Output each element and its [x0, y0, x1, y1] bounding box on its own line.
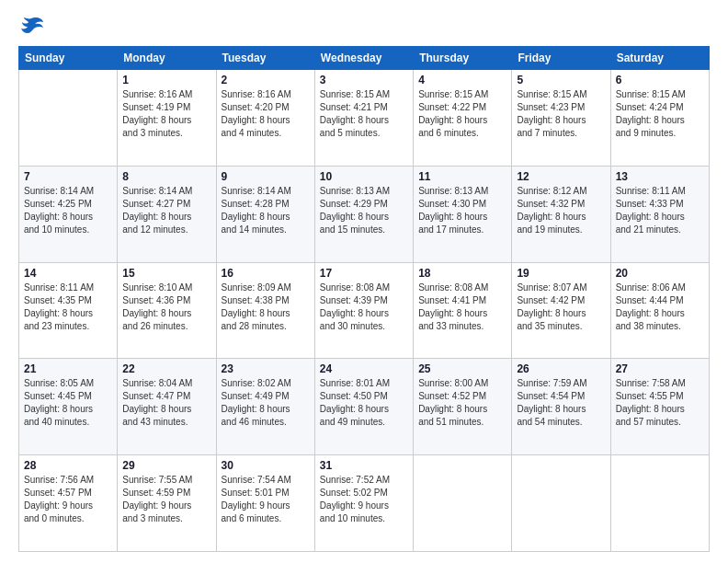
day-number: 3 — [320, 74, 408, 86]
day-info: Sunrise: 7:58 AM Sunset: 4:55 PM Dayligh… — [616, 377, 704, 429]
calendar-day-cell: 21Sunrise: 8:05 AM Sunset: 4:45 PM Dayli… — [19, 359, 118, 455]
calendar-day-cell: 23Sunrise: 8:02 AM Sunset: 4:49 PM Dayli… — [216, 359, 314, 455]
calendar-day-cell: 27Sunrise: 7:58 AM Sunset: 4:55 PM Dayli… — [610, 359, 709, 455]
day-info: Sunrise: 7:52 AM Sunset: 5:02 PM Dayligh… — [320, 474, 408, 525]
calendar-day-cell: 13Sunrise: 8:11 AM Sunset: 4:33 PM Dayli… — [610, 166, 709, 262]
calendar-day-cell: 19Sunrise: 8:07 AM Sunset: 4:42 PM Dayli… — [512, 262, 610, 359]
day-info: Sunrise: 8:00 AM Sunset: 4:52 PM Dayligh… — [418, 377, 506, 429]
calendar-day-cell: 5Sunrise: 8:15 AM Sunset: 4:23 PM Daylig… — [512, 70, 610, 167]
calendar-day-header: Friday — [512, 47, 610, 70]
day-info: Sunrise: 8:09 AM Sunset: 4:38 PM Dayligh… — [222, 282, 310, 333]
calendar-day-cell: 22Sunrise: 8:04 AM Sunset: 4:47 PM Dayli… — [118, 359, 216, 455]
day-info: Sunrise: 8:11 AM Sunset: 4:33 PM Dayligh… — [616, 185, 704, 236]
day-info: Sunrise: 8:10 AM Sunset: 4:36 PM Dayligh… — [122, 282, 210, 333]
day-info: Sunrise: 8:16 AM Sunset: 4:20 PM Dayligh… — [222, 88, 310, 140]
day-info: Sunrise: 8:13 AM Sunset: 4:30 PM Dayligh… — [418, 185, 506, 236]
day-info: Sunrise: 7:56 AM Sunset: 4:57 PM Dayligh… — [24, 474, 112, 525]
calendar-week-row: 21Sunrise: 8:05 AM Sunset: 4:45 PM Dayli… — [19, 359, 710, 455]
day-info: Sunrise: 7:59 AM Sunset: 4:54 PM Dayligh… — [517, 377, 605, 429]
calendar-week-row: 7Sunrise: 8:14 AM Sunset: 4:25 PM Daylig… — [19, 166, 710, 262]
day-number: 30 — [222, 459, 310, 472]
calendar-day-cell — [414, 455, 512, 552]
day-number: 24 — [320, 362, 408, 375]
day-number: 28 — [24, 459, 112, 472]
calendar-day-cell: 6Sunrise: 8:15 AM Sunset: 4:24 PM Daylig… — [610, 70, 709, 167]
calendar-day-cell: 31Sunrise: 7:52 AM Sunset: 5:02 PM Dayli… — [314, 455, 413, 552]
day-number: 19 — [517, 267, 605, 280]
calendar-day-cell: 7Sunrise: 8:14 AM Sunset: 4:25 PM Daylig… — [19, 166, 118, 262]
day-number: 18 — [418, 267, 506, 280]
day-info: Sunrise: 8:12 AM Sunset: 4:32 PM Dayligh… — [517, 185, 605, 236]
day-number: 16 — [222, 267, 310, 280]
day-info: Sunrise: 8:06 AM Sunset: 4:44 PM Dayligh… — [616, 282, 704, 333]
calendar-day-cell: 16Sunrise: 8:09 AM Sunset: 4:38 PM Dayli… — [216, 262, 314, 359]
calendar-day-cell: 15Sunrise: 8:10 AM Sunset: 4:36 PM Dayli… — [118, 262, 216, 359]
day-number: 9 — [222, 170, 310, 183]
day-number: 31 — [320, 459, 408, 472]
calendar-day-header: Sunday — [19, 47, 118, 70]
calendar-day-cell: 24Sunrise: 8:01 AM Sunset: 4:50 PM Dayli… — [314, 359, 413, 455]
day-number: 14 — [24, 267, 112, 280]
day-info: Sunrise: 7:54 AM Sunset: 5:01 PM Dayligh… — [222, 474, 310, 525]
day-number: 12 — [517, 170, 605, 183]
day-info: Sunrise: 8:15 AM Sunset: 4:22 PM Dayligh… — [418, 88, 506, 140]
calendar-day-header: Thursday — [414, 47, 512, 70]
calendar-day-cell: 4Sunrise: 8:15 AM Sunset: 4:22 PM Daylig… — [414, 70, 512, 167]
day-number: 7 — [24, 170, 112, 183]
calendar-day-cell — [512, 455, 610, 552]
day-info: Sunrise: 8:15 AM Sunset: 4:24 PM Dayligh… — [616, 88, 704, 140]
calendar-day-cell: 18Sunrise: 8:08 AM Sunset: 4:41 PM Dayli… — [414, 262, 512, 359]
day-info: Sunrise: 8:04 AM Sunset: 4:47 PM Dayligh… — [122, 377, 210, 429]
calendar-day-header: Wednesday — [314, 47, 413, 70]
day-number: 6 — [616, 74, 704, 86]
day-info: Sunrise: 8:07 AM Sunset: 4:42 PM Dayligh… — [517, 282, 605, 333]
logo-icon — [18, 15, 44, 37]
calendar-day-cell: 12Sunrise: 8:12 AM Sunset: 4:32 PM Dayli… — [512, 166, 610, 262]
day-info: Sunrise: 7:55 AM Sunset: 4:59 PM Dayligh… — [122, 474, 210, 525]
day-number: 13 — [616, 170, 704, 183]
calendar-day-cell — [19, 70, 118, 167]
calendar-day-cell: 29Sunrise: 7:55 AM Sunset: 4:59 PM Dayli… — [118, 455, 216, 552]
day-info: Sunrise: 8:14 AM Sunset: 4:28 PM Dayligh… — [222, 185, 310, 236]
calendar-day-cell: 1Sunrise: 8:16 AM Sunset: 4:19 PM Daylig… — [118, 70, 216, 167]
day-number: 2 — [222, 74, 310, 86]
calendar-day-cell — [610, 455, 709, 552]
day-number: 20 — [616, 267, 704, 280]
page-header — [18, 15, 710, 37]
day-number: 1 — [122, 74, 210, 86]
calendar-day-cell: 26Sunrise: 7:59 AM Sunset: 4:54 PM Dayli… — [512, 359, 610, 455]
calendar-table: SundayMondayTuesdayWednesdayThursdayFrid… — [18, 46, 710, 552]
calendar-day-cell: 30Sunrise: 7:54 AM Sunset: 5:01 PM Dayli… — [216, 455, 314, 552]
calendar-day-cell: 2Sunrise: 8:16 AM Sunset: 4:20 PM Daylig… — [216, 70, 314, 167]
calendar-day-cell: 10Sunrise: 8:13 AM Sunset: 4:29 PM Dayli… — [314, 166, 413, 262]
day-number: 4 — [418, 74, 506, 86]
day-number: 15 — [122, 267, 210, 280]
day-number: 23 — [222, 362, 310, 375]
day-number: 17 — [320, 267, 408, 280]
calendar-day-cell: 17Sunrise: 8:08 AM Sunset: 4:39 PM Dayli… — [314, 262, 413, 359]
calendar-day-header: Saturday — [610, 47, 709, 70]
calendar-week-row: 1Sunrise: 8:16 AM Sunset: 4:19 PM Daylig… — [19, 70, 710, 167]
calendar-header-row: SundayMondayTuesdayWednesdayThursdayFrid… — [19, 47, 710, 70]
day-info: Sunrise: 8:08 AM Sunset: 4:41 PM Dayligh… — [418, 282, 506, 333]
day-info: Sunrise: 8:08 AM Sunset: 4:39 PM Dayligh… — [320, 282, 408, 333]
calendar-day-cell: 11Sunrise: 8:13 AM Sunset: 4:30 PM Dayli… — [414, 166, 512, 262]
day-number: 10 — [320, 170, 408, 183]
calendar-day-cell: 20Sunrise: 8:06 AM Sunset: 4:44 PM Dayli… — [610, 262, 709, 359]
day-number: 8 — [122, 170, 210, 183]
calendar-day-header: Tuesday — [216, 47, 314, 70]
day-info: Sunrise: 8:11 AM Sunset: 4:35 PM Dayligh… — [24, 282, 112, 333]
day-info: Sunrise: 8:14 AM Sunset: 4:27 PM Dayligh… — [122, 185, 210, 236]
day-number: 29 — [122, 459, 210, 472]
day-number: 21 — [24, 362, 112, 375]
day-number: 22 — [122, 362, 210, 375]
day-info: Sunrise: 8:16 AM Sunset: 4:19 PM Dayligh… — [122, 88, 210, 140]
day-info: Sunrise: 8:14 AM Sunset: 4:25 PM Dayligh… — [24, 185, 112, 236]
day-number: 26 — [517, 362, 605, 375]
day-info: Sunrise: 8:05 AM Sunset: 4:45 PM Dayligh… — [24, 377, 112, 429]
day-info: Sunrise: 8:15 AM Sunset: 4:23 PM Dayligh… — [517, 88, 605, 140]
calendar-day-cell: 8Sunrise: 8:14 AM Sunset: 4:27 PM Daylig… — [118, 166, 216, 262]
calendar-day-header: Monday — [118, 47, 216, 70]
day-info: Sunrise: 8:02 AM Sunset: 4:49 PM Dayligh… — [222, 377, 310, 429]
calendar-day-cell: 25Sunrise: 8:00 AM Sunset: 4:52 PM Dayli… — [414, 359, 512, 455]
